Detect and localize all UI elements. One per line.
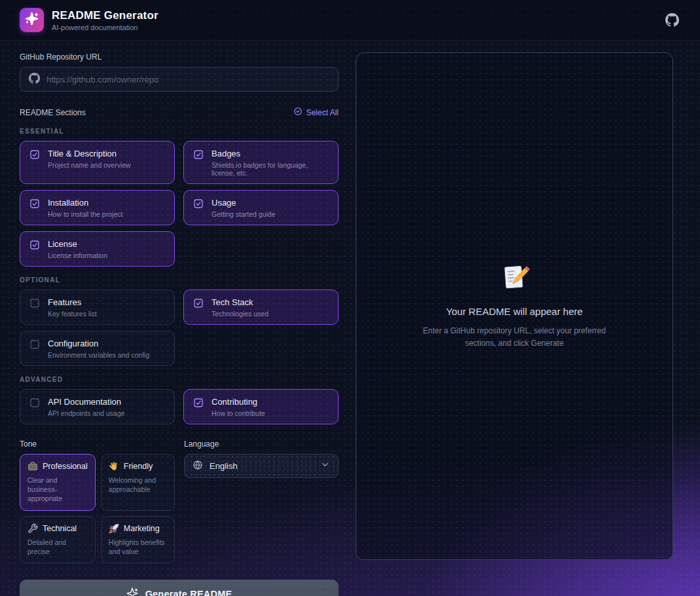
checkbox-icon xyxy=(29,298,40,308)
app-subtitle: AI-powered documentation xyxy=(52,24,158,31)
repo-url-label: GitHub Repository URL xyxy=(20,52,339,62)
section-card-title: Installation xyxy=(48,198,122,208)
section-card-title: API Documentation xyxy=(48,397,124,407)
group-label: ESSENTIAL xyxy=(20,128,339,135)
section-card-desc: Getting started guide xyxy=(212,210,275,218)
section-card-desc: Environment variables and config xyxy=(48,351,149,359)
github-icon[interactable] xyxy=(663,12,680,29)
repo-url-input[interactable] xyxy=(46,75,329,84)
section-card[interactable]: Usage Getting started guide xyxy=(183,190,339,225)
preview-title: Your README will appear here xyxy=(409,306,620,317)
section-card-desc: Key features list xyxy=(48,310,97,318)
tone-column: Tone Professional Clear and business-app… xyxy=(20,439,175,563)
checkbox-icon xyxy=(193,298,204,308)
section-card[interactable]: Configuration Environment variables and … xyxy=(20,331,175,366)
app-title: README Generator xyxy=(52,9,158,22)
waving-hand-icon xyxy=(109,461,119,472)
section-card-desc: License information xyxy=(48,251,107,259)
checkbox-icon xyxy=(193,149,204,160)
section-group: ESSENTIAL Title & Description Project na… xyxy=(20,128,339,267)
generate-readme-label: Generate README xyxy=(145,589,232,596)
tone-grid: Professional Clear and business-appropri… xyxy=(20,454,175,563)
preview-placeholder: Your README will appear here Enter a Git… xyxy=(356,263,672,349)
tone-title: Technical xyxy=(43,524,77,533)
tone-card[interactable]: Technical Detailed and precise xyxy=(20,516,96,563)
checkbox-icon xyxy=(29,339,40,350)
app-header: README Generator AI-powered documentatio… xyxy=(0,0,700,41)
checkbox-icon xyxy=(29,398,40,408)
preview-subtitle: Enter a GitHub repository URL, select yo… xyxy=(409,325,620,349)
section-card[interactable]: Installation How to install the project xyxy=(20,190,175,225)
github-input-icon xyxy=(29,73,40,86)
checkbox-icon xyxy=(193,398,204,408)
section-card-desc: How to install the project xyxy=(48,210,122,218)
select-all-button[interactable]: Select All xyxy=(293,107,339,118)
section-card[interactable]: Tech Stack Technologies used xyxy=(183,289,339,325)
section-card-title: Features xyxy=(48,297,97,307)
language-column: Language English xyxy=(184,439,339,563)
tone-card[interactable]: Marketing Highlights benefits and value xyxy=(101,516,175,563)
brand: README Generator AI-powered documentatio… xyxy=(20,8,158,32)
tone-desc: Detailed and precise xyxy=(28,538,88,556)
section-card[interactable]: Badges Shields.io badges for language, l… xyxy=(183,141,339,184)
brand-text: README Generator AI-powered documentatio… xyxy=(52,9,158,31)
select-all-label: Select All xyxy=(306,108,339,117)
section-card[interactable]: API Documentation API endpoints and usag… xyxy=(20,389,175,424)
group-label: ADVANCED xyxy=(20,376,339,383)
section-card-title: Contributing xyxy=(212,397,265,407)
globe-icon xyxy=(193,460,203,473)
readme-preview-panel: Your README will appear here Enter a Git… xyxy=(356,52,673,560)
tone-card[interactable]: Friendly Welcoming and approachable xyxy=(101,454,175,511)
group-label: OPTIONAL xyxy=(20,276,339,284)
tone-desc: Welcoming and approachable xyxy=(109,475,167,494)
tone-title: Professional xyxy=(43,462,88,471)
tone-desc: Clear and business-appropriate xyxy=(28,475,88,504)
section-card-title: Badges xyxy=(212,149,329,158)
section-card-title: License xyxy=(48,239,107,249)
sparkles-icon xyxy=(126,587,138,596)
app-logo xyxy=(20,8,44,32)
checkbox-icon xyxy=(29,149,40,160)
tone-title: Friendly xyxy=(124,462,153,471)
sparkles-icon xyxy=(25,12,39,28)
tone-desc: Highlights benefits and value xyxy=(109,538,167,556)
section-card-title: Configuration xyxy=(48,339,149,348)
section-card-desc: Technologies used xyxy=(212,310,268,318)
wrench-icon xyxy=(28,523,38,534)
section-card-desc: How to contribute xyxy=(212,409,265,417)
group-grid: API Documentation API endpoints and usag… xyxy=(20,389,339,424)
group-grid: Features Key features list Tech Stack xyxy=(20,289,339,366)
repo-url-field xyxy=(20,67,339,92)
sections-groups: ESSENTIAL Title & Description Project na… xyxy=(20,128,339,424)
tone-language-row: Tone Professional Clear and business-app… xyxy=(20,439,339,563)
generate-readme-button[interactable]: Generate README xyxy=(20,580,339,596)
section-card-desc: API endpoints and usage xyxy=(48,409,124,417)
section-card-title: Usage xyxy=(212,198,275,208)
checkbox-icon xyxy=(29,198,40,209)
language-label: Language xyxy=(184,439,339,449)
section-card[interactable]: Features Key features list xyxy=(20,289,175,325)
checkbox-icon xyxy=(29,240,40,250)
checkbox-icon xyxy=(193,198,204,209)
tone-card[interactable]: Professional Clear and business-appropri… xyxy=(20,454,96,511)
sections-label: README Sections xyxy=(20,108,86,117)
section-card-desc: Shields.io badges for language, license,… xyxy=(212,161,329,177)
language-select[interactable]: English xyxy=(184,454,339,478)
section-card-title: Tech Stack xyxy=(212,297,268,307)
section-card[interactable]: License License information xyxy=(20,231,175,267)
check-circle-icon xyxy=(293,107,303,118)
main-content: GitHub Repository URL README Sections Se… xyxy=(0,41,700,596)
tone-label: Tone xyxy=(20,439,175,449)
rocket-icon xyxy=(109,523,119,534)
section-group: OPTIONAL Features Key features list xyxy=(20,276,339,366)
section-card[interactable]: Title & Description Project name and ove… xyxy=(20,141,175,184)
sections-header: README Sections Select All xyxy=(20,107,339,118)
config-column: GitHub Repository URL README Sections Se… xyxy=(20,52,339,596)
section-card-title: Title & Description xyxy=(48,149,131,158)
section-card[interactable]: Contributing How to contribute xyxy=(183,389,339,424)
tone-title: Marketing xyxy=(124,524,160,533)
group-grid: Title & Description Project name and ove… xyxy=(20,141,339,267)
briefcase-icon xyxy=(28,461,38,472)
memo-icon xyxy=(500,263,530,295)
section-group: ADVANCED API Documentation API endpoints… xyxy=(20,376,339,424)
